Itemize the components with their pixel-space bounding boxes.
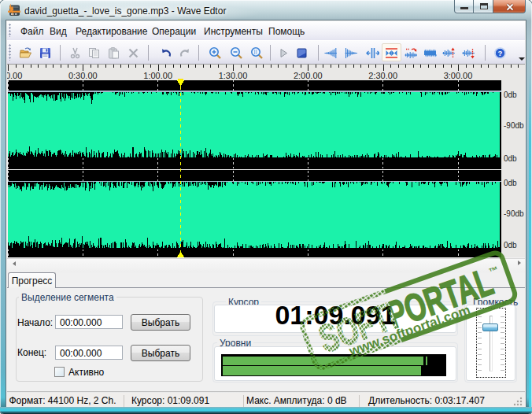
svg-text:?: ? [498,49,503,57]
